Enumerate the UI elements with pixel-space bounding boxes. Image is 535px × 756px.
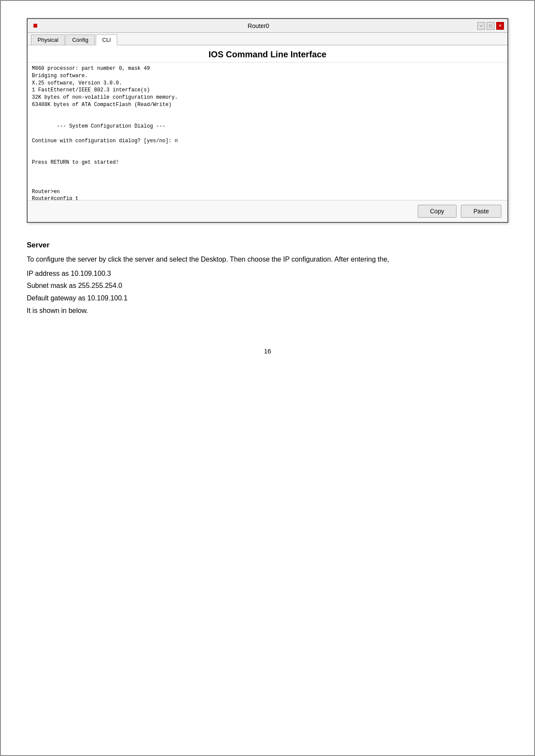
tab-physical[interactable]: Physical: [31, 34, 65, 45]
page-wrapper: ■ Router0 – □ ✕ Physical Config CLI IOS …: [0, 0, 535, 756]
minimize-button[interactable]: –: [477, 22, 485, 30]
router-icon: ■: [31, 22, 40, 30]
tab-config[interactable]: Config: [66, 34, 95, 45]
window-tabs: Physical Config CLI: [28, 33, 507, 45]
terminal-area[interactable]: M860 processor: part number 0, mask 49 B…: [28, 62, 507, 200]
titlebar-controls: – □ ✕: [477, 22, 504, 30]
close-button[interactable]: ✕: [496, 22, 504, 30]
page-number: 16: [27, 347, 508, 355]
window-titlebar: ■ Router0 – □ ✕: [28, 19, 507, 33]
ios-header: IOS Command Line Interface: [28, 45, 507, 62]
shown-below-line: It is shown in below.: [27, 305, 508, 317]
default-gateway-line: Default gateway as 10.109.100.1: [27, 292, 508, 305]
maximize-button[interactable]: □: [487, 22, 494, 30]
subnet-mask-line: Subnet mask as 255.255.254.0: [27, 280, 508, 292]
tab-cli[interactable]: CLI: [96, 34, 117, 45]
paste-button[interactable]: Paste: [461, 205, 501, 218]
button-row: Copy Paste: [28, 200, 507, 222]
ip-address-line: IP address as 10.109.100.3: [27, 268, 508, 280]
router-window: ■ Router0 – □ ✕ Physical Config CLI IOS …: [27, 18, 508, 223]
body-content: Server To configure the server by click …: [27, 237, 508, 322]
body-paragraph: To configure the server by click the ser…: [27, 254, 508, 265]
window-title: Router0: [40, 22, 477, 29]
copy-button[interactable]: Copy: [418, 205, 457, 218]
section-heading: Server: [27, 241, 508, 250]
terminal-content: M860 processor: part number 0, mask 49 B…: [32, 65, 503, 200]
